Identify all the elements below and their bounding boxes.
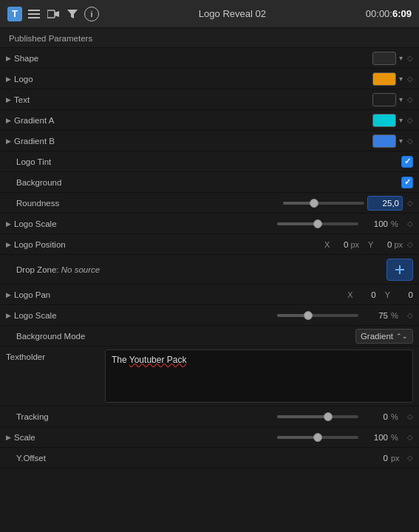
- color-swatch-gradient-b[interactable]: [372, 134, 396, 148]
- color-swatch-gradient-a[interactable]: [372, 114, 396, 127]
- param-textholder: Textholder The Youtuber Pack: [0, 347, 419, 406]
- expand-arrow-logo-position[interactable]: ▶: [6, 241, 11, 248]
- param-shape: ▶ Shape ▾ ◇: [0, 48, 419, 69]
- project-title: Logo Reveal 02: [105, 8, 360, 19]
- video-icon[interactable]: [46, 7, 61, 21]
- expand-arrow-text[interactable]: ▶: [6, 96, 11, 103]
- color-swatch-shape[interactable]: [372, 52, 396, 65]
- svg-marker-5: [67, 10, 78, 18]
- tracking-slider[interactable]: [277, 415, 358, 418]
- param-tracking: Tracking 0 % ◇: [0, 406, 419, 427]
- checkbox-logo-tint[interactable]: [401, 156, 413, 168]
- diamond-shape[interactable]: ◇: [407, 54, 413, 62]
- roundness-input[interactable]: [367, 196, 403, 211]
- param-control-text: ▾ ◇: [105, 93, 413, 106]
- diamond-yoffset[interactable]: ◇: [407, 454, 413, 462]
- color-swatch-text[interactable]: [372, 93, 396, 106]
- logo-scale-2-value: 75: [361, 311, 388, 320]
- info-icon[interactable]: i: [84, 7, 99, 21]
- chevron-text[interactable]: ▾: [399, 95, 403, 103]
- chevron-shape[interactable]: ▾: [399, 54, 403, 62]
- param-control-scale: 100 % ◇: [105, 433, 413, 442]
- param-gradient-a: ▶ Gradient A ▾ ◇: [0, 110, 419, 131]
- param-control-logo-position: X 0 px Y 0 px ◇: [105, 240, 413, 249]
- diamond-roundness[interactable]: ◇: [407, 199, 413, 207]
- param-label-logo-position: ▶ Logo Position: [6, 240, 102, 249]
- diamond-scale[interactable]: ◇: [407, 433, 413, 441]
- param-control-gradient-b: ▾ ◇: [105, 134, 413, 148]
- param-label-dropzone: Drop Zone: No source: [6, 265, 102, 274]
- diamond-logo-scale-1[interactable]: ◇: [407, 219, 413, 228]
- param-control-shape: ▾ ◇: [105, 52, 413, 65]
- scale-slider[interactable]: [277, 436, 358, 439]
- background-mode-select[interactable]: Gradient ⌃⌄: [355, 329, 413, 344]
- param-label-yoffset: Y.Offset: [6, 454, 102, 463]
- dropzone-button[interactable]: [386, 259, 413, 281]
- expand-arrow-scale[interactable]: ▶: [6, 434, 11, 441]
- param-label-logo-scale-2: ▶ Logo Scale: [6, 311, 102, 320]
- param-scale: ▶ Scale 100 % ◇: [0, 427, 419, 448]
- param-label-background: Background: [6, 178, 102, 187]
- logo-position-x: X 0 px: [324, 240, 359, 249]
- chevron-gradient-b[interactable]: ▾: [399, 137, 403, 145]
- color-swatch-logo[interactable]: [372, 72, 396, 86]
- chevron-logo[interactable]: ▾: [399, 75, 403, 83]
- top-bar: T i Logo Reveal 02 00:00:6:09: [0, 0, 419, 28]
- param-roundness: Roundness ◇: [0, 193, 419, 214]
- expand-arrow-gradient-b[interactable]: ▶: [6, 137, 11, 145]
- logo-position-y: Y 0 px: [368, 240, 403, 249]
- param-yoffset: Y.Offset 0 px ◇: [0, 448, 419, 468]
- expand-arrow-logo[interactable]: ▶: [6, 75, 11, 83]
- expand-arrow-gradient-a[interactable]: ▶: [6, 117, 11, 124]
- checkbox-background[interactable]: [401, 177, 413, 188]
- expand-arrow-logo-scale-1[interactable]: ▶: [6, 220, 11, 228]
- toolbar-icons: T i: [7, 7, 99, 21]
- param-control-tracking: 0 % ◇: [105, 412, 413, 421]
- chevron-gradient-a[interactable]: ▾: [399, 116, 403, 124]
- diamond-logo-scale-2[interactable]: ◇: [407, 311, 413, 319]
- param-text: ▶ Text ▾ ◇: [0, 89, 419, 110]
- text-tool-icon[interactable]: T: [7, 7, 22, 21]
- list-icon[interactable]: [27, 7, 41, 21]
- param-logo: ▶ Logo ▾ ◇: [0, 69, 419, 89]
- expand-arrow-logo-pan[interactable]: ▶: [6, 291, 11, 299]
- logo-pan-x: X 0: [347, 290, 375, 299]
- expand-arrow-logo-scale-2[interactable]: ▶: [6, 312, 11, 319]
- param-label-shape: ▶ Shape: [6, 54, 102, 63]
- svg-rect-2: [28, 17, 40, 18]
- logo-scale-2-slider[interactable]: [277, 314, 358, 317]
- param-logo-pan: ▶ Logo Pan X 0 Y 0: [0, 284, 419, 305]
- time-prefix: 00:00:: [366, 8, 392, 19]
- param-logo-scale-1: ▶ Logo Scale 100 % ◇: [0, 214, 419, 234]
- param-control-dropzone: [105, 259, 413, 281]
- param-control-logo-scale-1: 100 % ◇: [105, 219, 413, 228]
- param-control-logo-pan: X 0 Y 0: [105, 290, 413, 299]
- diamond-logo-position[interactable]: ◇: [407, 240, 413, 248]
- params-container: ▶ Shape ▾ ◇ ▶ Logo ▾ ◇ ▶ Text ▾ ◇: [0, 48, 419, 468]
- param-control-logo: ▾ ◇: [105, 72, 413, 86]
- roundness-slider[interactable]: [283, 202, 364, 205]
- param-control-gradient-a: ▾ ◇: [105, 114, 413, 127]
- param-label-logo-scale-1: ▶ Logo Scale: [6, 219, 102, 228]
- param-control-background: [105, 177, 413, 188]
- diamond-tracking[interactable]: ◇: [407, 412, 413, 420]
- svg-marker-4: [55, 11, 59, 17]
- textholder-text: The Youtuber Pack: [112, 355, 186, 365]
- textholder-preview[interactable]: The Youtuber Pack: [105, 349, 413, 403]
- filter-icon[interactable]: [65, 7, 80, 21]
- svg-rect-1: [28, 13, 40, 15]
- diamond-gradient-a[interactable]: ◇: [407, 116, 413, 124]
- diamond-gradient-b[interactable]: ◇: [407, 137, 413, 145]
- param-label-logo-tint: Logo Tint: [6, 157, 102, 166]
- svg-rect-3: [47, 10, 55, 18]
- expand-arrow-shape[interactable]: ▶: [6, 55, 11, 62]
- param-label-tracking: Tracking: [6, 412, 102, 421]
- param-logo-position: ▶ Logo Position X 0 px Y 0 px ◇: [0, 234, 419, 255]
- param-label-background-mode: Background Mode: [6, 332, 102, 341]
- diamond-text[interactable]: ◇: [407, 95, 413, 103]
- param-dropzone: Drop Zone: No source: [0, 255, 419, 284]
- tracking-value: 0: [361, 412, 388, 421]
- logo-scale-1-slider[interactable]: [277, 222, 358, 225]
- param-label-roundness: Roundness: [6, 199, 102, 208]
- diamond-logo[interactable]: ◇: [407, 75, 413, 83]
